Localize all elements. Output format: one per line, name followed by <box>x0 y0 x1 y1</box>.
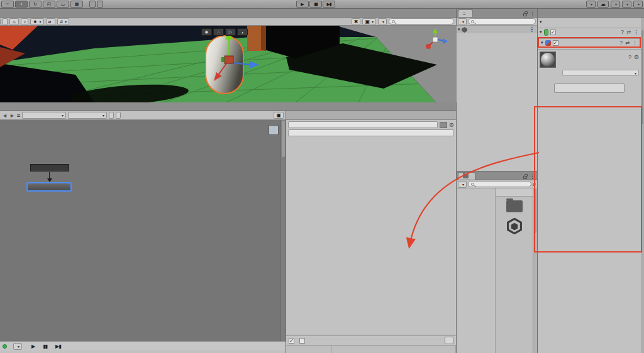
kebab-menu-icon[interactable]: ⋮ <box>633 29 639 35</box>
hierarchy-add-dropdown[interactable]: ▾ <box>458 18 467 25</box>
menu-icon[interactable]: ≡ <box>17 112 20 119</box>
shading-mode-dropdown[interactable]: ▾ <box>0 18 1 25</box>
grid-dropdown[interactable]: #▾ <box>57 18 69 25</box>
unity-scene-thumbnail <box>506 218 523 234</box>
play-button[interactable]: ▶ <box>296 1 309 8</box>
inspector-scrollbar[interactable] <box>641 18 644 353</box>
capsule-collider-header[interactable]: ▾ ✓ ?⇄⋮ <box>538 28 641 36</box>
project-add-dropdown[interactable]: ▾ <box>458 181 467 188</box>
state-name-input[interactable] <box>288 121 438 128</box>
cloud-icon[interactable]: ☁ <box>597 1 609 8</box>
fsm-start-node[interactable] <box>30 164 69 171</box>
action-browser-button[interactable] <box>445 337 453 344</box>
hierarchy-search-input[interactable] <box>468 18 536 24</box>
gizmos-dropdown[interactable]: ▾ <box>378 18 387 25</box>
scene-kebab-icon[interactable]: ⋮ <box>529 26 535 33</box>
hidden-count-toggle[interactable]: ø <box>533 181 536 187</box>
rect-tool-button[interactable]: ▭ <box>57 1 69 8</box>
lock-icon[interactable] <box>523 176 527 179</box>
project-item-folder[interactable] <box>496 200 533 214</box>
hide-unused-checkbox[interactable] <box>299 338 305 344</box>
collab-dropdown[interactable]: ▾ <box>586 1 596 8</box>
project-scrollbar[interactable] <box>533 188 537 353</box>
pause-button[interactable]: ▮▮ <box>309 1 322 8</box>
nav-mesh-agent-header[interactable]: ▾ ✓ ?⇄⋮ <box>539 38 640 46</box>
probuilder-select-button[interactable]: ▷ <box>225 28 236 36</box>
lock-icon[interactable] <box>523 13 527 16</box>
shader-dropdown[interactable]: ▾ <box>562 70 639 76</box>
hints-button[interactable] <box>286 345 331 353</box>
bottom-dock: ◄ ► ≡ ▾ ▾ ▣ ▾ <box>0 102 457 353</box>
debug-step-icon[interactable]: ▶▮ <box>55 344 61 349</box>
layout-dropdown[interactable]: ▾ <box>633 1 643 8</box>
probuilder-shape-button[interactable]: ◆ <box>201 28 212 36</box>
hierarchy-tab[interactable]: ≡ <box>458 9 473 17</box>
select-button[interactable] <box>116 112 121 119</box>
component-enabled-checkbox[interactable]: ✓ <box>553 40 558 46</box>
scene-search-input[interactable] <box>389 18 454 24</box>
scene-viewport[interactable]: ◆ ∴ ▷ ◗ <box>0 26 457 102</box>
effects-dropdown[interactable]: ★▾ <box>30 18 43 25</box>
preferences-button[interactable] <box>331 345 456 353</box>
kebab-menu-icon[interactable]: ⋮ <box>530 11 535 17</box>
state-color-swatch[interactable] <box>440 122 447 128</box>
debug-play-icon[interactable]: ▶ <box>31 344 35 349</box>
state-description-input[interactable] <box>288 129 454 136</box>
add-component-button[interactable] <box>554 84 625 93</box>
fsm-graph-canvas[interactable] <box>0 120 286 341</box>
kebab-menu-icon[interactable]: ⋮ <box>632 40 638 46</box>
probuilder-material-button[interactable]: ◗ <box>237 28 248 36</box>
lighting-toggle[interactable]: ☼ <box>9 18 19 25</box>
presets-icon[interactable]: ⇄ <box>626 29 631 35</box>
float-window-icon[interactable]: ▣ <box>274 112 284 119</box>
help-icon[interactable]: ? <box>628 54 631 60</box>
bottom-tabstrip <box>0 102 456 111</box>
tools-icon[interactable]: ✖ <box>352 18 361 25</box>
help-icon[interactable]: ? <box>619 40 623 46</box>
rotate-tool-button[interactable]: ↻ <box>29 1 42 8</box>
project-panel: ⋮ ▾ ø <box>457 171 538 353</box>
debug-checkbox[interactable]: ✓ <box>289 338 294 344</box>
step-button[interactable]: ▶▮ <box>323 1 335 8</box>
space-toggle-button[interactable] <box>97 1 103 8</box>
material-thumbnail[interactable] <box>540 52 556 68</box>
scene-pane: ▾ ☼ ♪ ★▾ ø #▾ ✖ ▣▾ ▾ <box>0 9 457 102</box>
gear-icon[interactable]: ⚙ <box>634 54 639 60</box>
component-enabled-checkbox[interactable]: ✓ <box>550 30 556 35</box>
scene-root-row[interactable]: ▾ ⋮ <box>457 26 537 33</box>
state-settings-icon[interactable]: ⚙ <box>449 122 454 128</box>
project-tab[interactable] <box>458 172 475 180</box>
unity-scene-icon <box>462 27 467 33</box>
pivot-toggle-button[interactable] <box>89 1 96 8</box>
project-item-scene[interactable] <box>496 218 533 236</box>
camera-dropdown[interactable]: ▣▾ <box>362 18 376 25</box>
debug-pause-icon[interactable]: ▮▮ <box>43 344 47 349</box>
project-search-input[interactable] <box>468 181 531 187</box>
account-dropdown[interactable]: ▾ <box>611 1 620 8</box>
fsm-state-node[interactable] <box>26 182 72 192</box>
move-tool-button[interactable]: + <box>15 1 28 8</box>
presets-icon[interactable]: ⇄ <box>625 40 630 46</box>
audio-toggle[interactable]: ♪ <box>21 18 28 25</box>
search-icon <box>471 20 474 23</box>
probuilder-poly-button[interactable]: ∴ <box>213 28 224 36</box>
nav-forward-icon[interactable]: ► <box>9 112 15 119</box>
kebab-menu-icon[interactable]: ⋮ <box>530 173 535 180</box>
hidden-objects-toggle[interactable]: ø <box>46 18 56 25</box>
layers-dropdown[interactable]: ▾ <box>622 1 631 8</box>
scale-tool-button[interactable]: ◰ <box>43 1 55 8</box>
debug-dropdown[interactable]: ▾ <box>13 343 22 350</box>
nav-mesh-agent-icon <box>545 40 551 46</box>
capsule-collider-icon <box>544 29 548 36</box>
nav-back-icon[interactable]: ◄ <box>2 112 8 119</box>
help-icon[interactable]: ? <box>621 29 624 35</box>
fsm-select-dropdown[interactable]: ▾ <box>68 112 107 119</box>
transform-tool-button[interactable]: ▦ <box>70 1 83 8</box>
graph-scrollbar[interactable] <box>280 120 286 341</box>
hand-tool-button[interactable]: ☞ <box>1 1 14 8</box>
graph-minimap[interactable] <box>269 125 279 135</box>
lock-toggle[interactable] <box>109 112 114 119</box>
2d-toggle[interactable] <box>3 18 8 25</box>
fsm-target-dropdown[interactable]: ▾ <box>22 112 66 119</box>
additional-settings-header[interactable]: ▾ <box>538 18 641 26</box>
